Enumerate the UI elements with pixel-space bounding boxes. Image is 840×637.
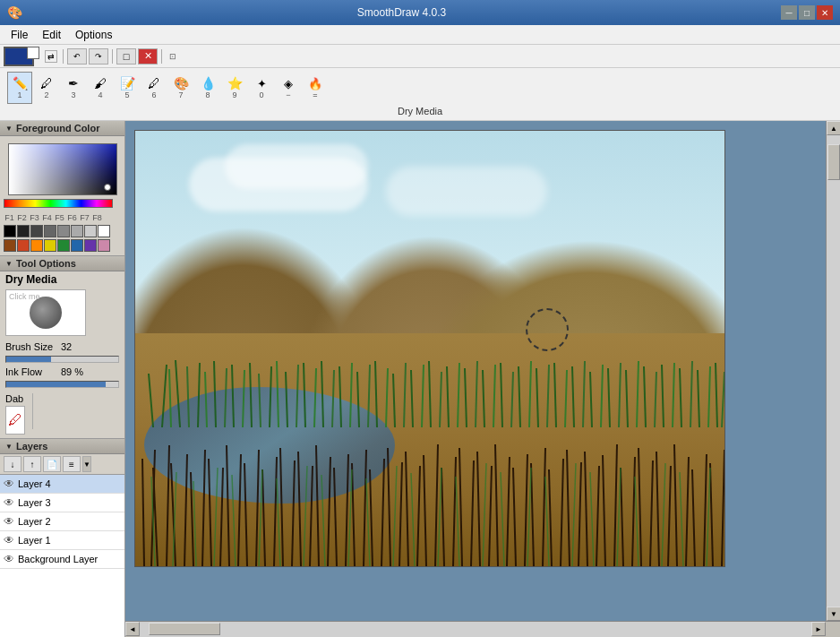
scroll-track-h[interactable] xyxy=(140,622,811,637)
scroll-thumb-h xyxy=(149,623,220,635)
palette-green[interactable] xyxy=(57,239,70,252)
svg-line-81 xyxy=(280,448,283,566)
menu-edit[interactable]: Edit xyxy=(35,27,68,43)
svg-line-113 xyxy=(567,450,570,566)
svg-line-118 xyxy=(614,444,617,566)
palette-mid1[interactable] xyxy=(44,225,56,237)
ink-flow-track xyxy=(6,382,106,387)
svg-line-89 xyxy=(352,463,355,566)
color-picker-indicator xyxy=(104,184,111,191)
fg-color-title: Foreground Color xyxy=(16,123,100,133)
layer-bg-eye-icon[interactable]: 👁 xyxy=(4,553,14,565)
layer-move-down-btn[interactable]: ↓ xyxy=(4,456,21,472)
app-logo: 🎨 xyxy=(7,5,22,20)
palette-blue[interactable] xyxy=(71,239,83,252)
canvas-inner[interactable] xyxy=(125,121,826,621)
layer-item-2[interactable]: 👁 Layer 2 xyxy=(0,512,124,531)
maximize-button[interactable]: □ xyxy=(799,5,815,20)
layer-2-eye-icon[interactable]: 👁 xyxy=(4,515,14,528)
scroll-left-button[interactable]: ◄ xyxy=(125,622,140,636)
scroll-up-button[interactable]: ▲ xyxy=(827,121,840,135)
clear-button[interactable]: ✕ xyxy=(138,48,158,65)
brush-tool-6[interactable]: 🖊6 xyxy=(141,72,167,104)
palette-white[interactable] xyxy=(98,225,110,237)
brush-size-slider[interactable] xyxy=(5,356,119,363)
palette-purple[interactable] xyxy=(84,239,97,252)
menu-bar: File Edit Options xyxy=(0,25,840,45)
fg-color-header[interactable]: ▼ Foreground Color xyxy=(0,121,124,136)
scroll-thumb-v xyxy=(827,144,840,180)
brush-tool-5[interactable]: 📝5 xyxy=(115,72,140,104)
layer-item-1[interactable]: 👁 Layer 1 xyxy=(0,531,124,550)
brush-tool-10[interactable]: ✦0 xyxy=(249,72,274,104)
layer-item-bg[interactable]: 👁 Background Layer xyxy=(0,550,124,569)
svg-line-150 xyxy=(572,463,576,566)
layers-header[interactable]: ▼ Layers xyxy=(0,439,124,454)
layer-add-btn[interactable]: 📄 xyxy=(43,456,61,472)
layer-1-eye-icon[interactable]: 👁 xyxy=(4,534,14,547)
redo-button[interactable]: ↷ xyxy=(89,48,108,65)
svg-line-112 xyxy=(561,459,563,566)
close-button[interactable]: ✕ xyxy=(817,5,833,20)
menu-file[interactable]: File xyxy=(4,27,35,43)
brush-tool-7[interactable]: 🎨7 xyxy=(168,72,193,104)
preset-palette-row: F1 F2 F3 F4 F5 F6 F7 F8 xyxy=(0,211,124,224)
brush-size-value: 32 xyxy=(61,341,72,352)
brush-tool-9[interactable]: ⭐9 xyxy=(222,72,247,104)
brush-tool-4[interactable]: 🖌4 xyxy=(88,72,113,104)
svg-line-126 xyxy=(686,457,689,566)
fg-grass-svg xyxy=(135,405,724,566)
palette-brown[interactable] xyxy=(4,239,16,252)
ink-flow-slider[interactable] xyxy=(5,381,119,388)
scroll-right-button[interactable]: ► xyxy=(811,622,826,636)
layer-options-btn[interactable]: ≡ xyxy=(63,456,81,472)
tool-options-header[interactable]: ▼ Tool Options xyxy=(0,256,124,271)
palette-mid2[interactable] xyxy=(57,225,70,237)
scroll-down-button[interactable]: ▼ xyxy=(827,607,840,621)
brush-tool-2[interactable]: 🖊2 xyxy=(34,72,59,104)
layer-item-3[interactable]: 👁 Layer 3 xyxy=(0,494,124,512)
right-scrollbar: ▲ ▼ xyxy=(826,121,840,621)
palette-light2[interactable] xyxy=(84,225,97,237)
svg-line-114 xyxy=(579,462,581,566)
svg-line-149 xyxy=(545,477,549,566)
brush-preview-container: Click me xyxy=(0,286,124,340)
svg-line-97 xyxy=(424,455,426,566)
hue-bar[interactable] xyxy=(4,199,113,208)
svg-line-103 xyxy=(477,452,480,566)
brush-tool-12[interactable]: 🔥= xyxy=(303,72,328,104)
brush-tool-3[interactable]: ✒3 xyxy=(61,72,86,104)
palette-dark1[interactable] xyxy=(17,225,30,237)
brush-size-track xyxy=(6,357,51,362)
svg-line-92 xyxy=(381,459,384,566)
undo-button[interactable]: ↶ xyxy=(67,48,87,65)
brush-preview-box[interactable]: Click me xyxy=(5,289,86,336)
layer-3-eye-icon[interactable]: 👁 xyxy=(4,496,14,509)
palette-orange[interactable] xyxy=(30,239,43,252)
layer-move-up-btn[interactable]: ↑ xyxy=(23,456,41,472)
color-gradient[interactable] xyxy=(8,143,117,195)
brush-tool-1[interactable]: ✏️1 xyxy=(7,72,32,104)
new-button[interactable]: □ xyxy=(116,48,136,65)
menu-options[interactable]: Options xyxy=(68,27,119,43)
layer-4-eye-icon[interactable]: 👁 xyxy=(4,478,14,490)
layer-menu-arrow-btn[interactable]: ▼ xyxy=(82,456,91,472)
minimize-button[interactable]: ─ xyxy=(781,5,797,20)
palette-black[interactable] xyxy=(4,225,16,237)
palette-red[interactable] xyxy=(17,239,30,252)
svg-line-130 xyxy=(722,450,724,566)
brush-tool-8[interactable]: 💧8 xyxy=(195,72,220,104)
dab-preview[interactable]: 🖊 xyxy=(5,406,25,435)
drawing-canvas[interactable] xyxy=(134,130,725,567)
palette-yellow[interactable] xyxy=(44,239,56,252)
layer-item-4[interactable]: 👁 Layer 4 xyxy=(0,475,124,494)
scroll-track-v[interactable] xyxy=(827,135,840,607)
brush-tool-11[interactable]: ◈− xyxy=(276,72,301,104)
svg-line-108 xyxy=(525,454,527,566)
svg-line-109 xyxy=(531,463,534,566)
palette-light1[interactable] xyxy=(71,225,83,237)
svg-line-87 xyxy=(334,468,337,566)
svg-line-136 xyxy=(259,469,262,566)
palette-dark2[interactable] xyxy=(30,225,43,237)
palette-pink[interactable] xyxy=(98,239,110,252)
